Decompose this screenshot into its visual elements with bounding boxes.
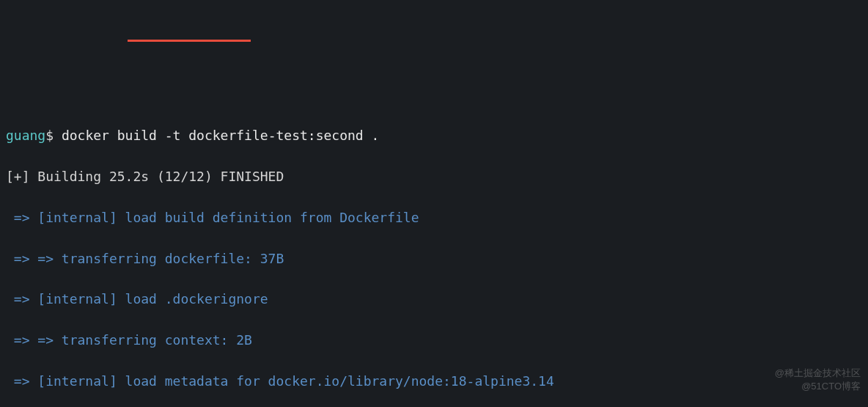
build-step: => [internal] load metadata for docker.i…: [6, 371, 862, 392]
build-header: [+] Building 25.2s (12/12) FINISHED: [6, 166, 862, 187]
highlight-underline: [128, 40, 251, 42]
prompt-symbol: $: [45, 128, 54, 143]
build-step: => [internal] load build definition from…: [6, 208, 862, 228]
terminal-prompt-line: guang$ docker build -t dockerfile-test:s…: [6, 125, 862, 146]
build-step: => => transferring dockerfile: 37B: [6, 249, 862, 269]
watermark-51cto: @51CTO博客: [801, 379, 861, 394]
build-step: => => transferring context: 2B: [6, 330, 862, 351]
command-text: docker build -t dockerfile-test:second .: [62, 128, 379, 143]
prompt-user: guang: [6, 128, 45, 143]
build-step: => [internal] load .dockerignore: [6, 289, 862, 309]
